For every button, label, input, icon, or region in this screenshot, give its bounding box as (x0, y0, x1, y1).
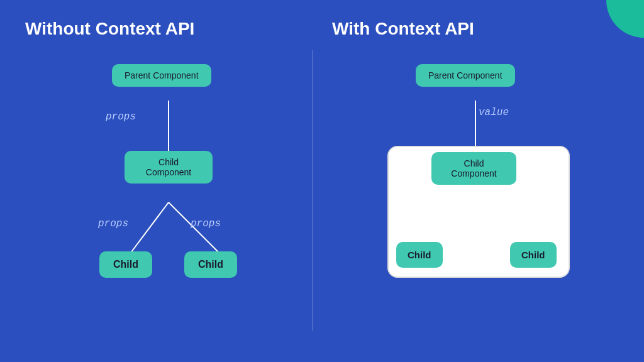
left-props-label-2: props (98, 218, 128, 229)
left-diagram: Parent Component props ChildComponent pr… (68, 58, 269, 309)
svg-line-1 (131, 202, 169, 253)
right-value-label: value (479, 107, 509, 118)
left-props-label-3: props (191, 218, 221, 229)
left-child-component-node: ChildComponent (125, 151, 213, 184)
right-title: With Context API (332, 19, 474, 39)
left-parent-node: Parent Component (112, 64, 211, 87)
left-lines (68, 58, 269, 309)
right-diagram: Parent Component value ChildComponent Ch… (369, 58, 582, 309)
left-child2-node: Child (184, 251, 237, 278)
left-props-label-1: props (106, 111, 136, 123)
right-panel: With Context API Parent Component (313, 19, 619, 349)
main-container: Without Context API Parent Component (0, 0, 644, 362)
right-child2-node: Child (510, 242, 557, 268)
left-title: Without Context API (25, 19, 194, 39)
left-child1-node: Child (99, 251, 152, 278)
right-diagram-area: Parent Component value ChildComponent Ch… (332, 52, 619, 349)
left-panel: Without Context API Parent Component (25, 19, 312, 349)
left-diagram-area: Parent Component props ChildComponent pr… (25, 52, 312, 349)
right-parent-node: Parent Component (416, 64, 515, 87)
right-child1-node: Child (396, 242, 443, 268)
right-child-component-node: ChildComponent (431, 152, 516, 185)
